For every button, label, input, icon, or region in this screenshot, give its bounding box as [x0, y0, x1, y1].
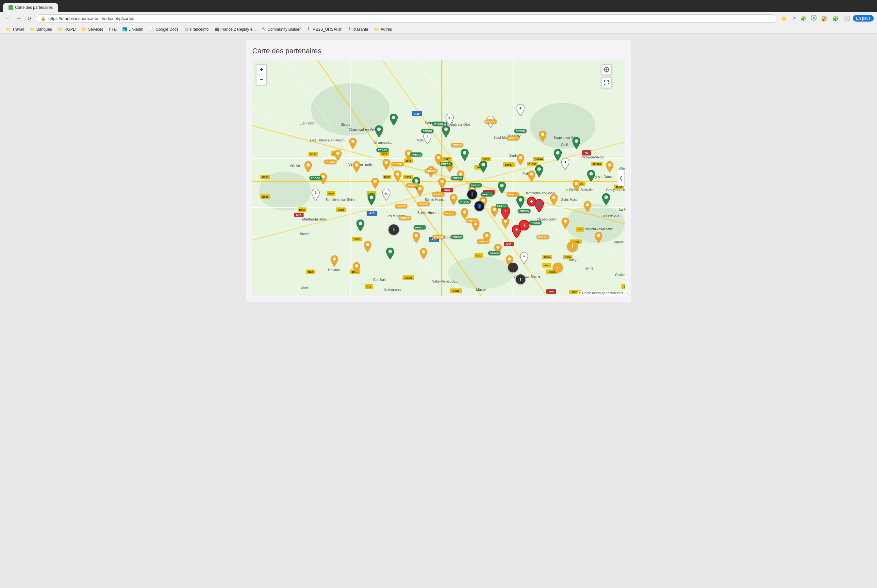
extensions-button[interactable]: 🧩	[799, 15, 808, 22]
pin-label-preco-orange[interactable]: PRECO	[451, 143, 463, 147]
pin-label-preco15[interactable]: PRECO	[488, 251, 501, 255]
map-pin[interactable]	[304, 161, 312, 174]
pin-label-preco-o5[interactable]: PRECO	[432, 192, 445, 196]
map-pin-green[interactable]	[479, 161, 488, 174]
map-pin[interactable]	[449, 194, 458, 206]
pin-label-preco-o4[interactable]: PRECO	[406, 183, 419, 187]
pin-label-preco14[interactable]: PRECO	[451, 235, 463, 239]
map-pin[interactable]	[419, 248, 428, 260]
bitwarden-button[interactable]: 🔐	[820, 14, 829, 22]
map-pin-airplane4[interactable]: ✈	[561, 158, 570, 171]
map-pin[interactable]	[330, 255, 338, 267]
map-pin[interactable]	[550, 194, 558, 206]
map-pin-airplane5[interactable]: ✈	[520, 252, 529, 265]
pin-label-preco-o8[interactable]: PRECO	[507, 192, 519, 196]
pin-label-preco11[interactable]: PRECO	[376, 148, 389, 152]
bookmark-linkedin[interactable]: in LinkedIn	[120, 26, 146, 33]
back-button[interactable]: ←	[3, 15, 12, 22]
bookmark-ctasante[interactable]: 🏃 ctasante	[345, 26, 371, 33]
map-pin[interactable]	[412, 232, 420, 244]
bookmark-fb[interactable]: f FB	[107, 26, 120, 33]
map-pin-green[interactable]	[356, 219, 365, 232]
fullscreen-button[interactable]	[601, 77, 612, 88]
map-pin-activity[interactable]: 🏃	[311, 189, 320, 201]
pin-label-top[interactable]: PRECO	[432, 122, 445, 126]
map-pin-green[interactable]	[386, 248, 395, 260]
profile-button[interactable]: En paus	[853, 15, 874, 21]
map-pin-airplane[interactable]: ✈	[445, 114, 454, 126]
map-pin-green[interactable]	[572, 137, 581, 150]
pin-label-preco3[interactable]: PRECO	[440, 162, 452, 166]
map-pin[interactable]	[352, 262, 361, 274]
pin-label-preco-o15[interactable]: PRECO	[536, 235, 549, 239]
extensions-puzzle-button[interactable]: 🧩	[830, 14, 840, 22]
bookmark-mb2s[interactable]: 🏃 MB2S_URSAF.fr	[304, 26, 344, 33]
chrome-icon-button[interactable]	[809, 14, 818, 23]
active-tab[interactable]: Carte des partenaires	[3, 3, 58, 12]
bookmark-community[interactable]: 🔧 Community Builder	[259, 26, 303, 33]
map-pin-dark-circle4[interactable]: i	[516, 274, 526, 284]
pin-label-preco4[interactable]: PRECO	[451, 176, 463, 180]
bookmark-star-button[interactable]: ⭐	[779, 14, 789, 22]
map-pin-green[interactable]	[587, 170, 596, 183]
map-pin[interactable]	[348, 138, 357, 150]
map-pin-green[interactable]	[367, 194, 376, 206]
map-pin-green[interactable]	[602, 194, 611, 206]
pin-label-top3[interactable]: PRECO	[514, 129, 527, 133]
bookmark-autres[interactable]: 📁 Autres	[371, 26, 395, 33]
bookmark-banques[interactable]: 📁 Banques	[27, 26, 54, 33]
pin-label-preco-o6[interactable]: PRECO	[417, 202, 429, 206]
map-collapse-button[interactable]: ❮	[617, 170, 625, 186]
pin-label-preco-o13[interactable]: PRECO	[432, 235, 445, 239]
map-pin[interactable]	[605, 161, 614, 174]
reload-button[interactable]: ⟳	[26, 15, 34, 22]
pin-label-preco-o9[interactable]: PRECO	[443, 212, 456, 216]
pin-label-preco9[interactable]: PRECO	[518, 209, 530, 213]
bookmark-france2[interactable]: 📺 France 2 Replay e...	[212, 26, 258, 33]
map-pin[interactable]	[438, 178, 446, 190]
map-pin-dark-circle[interactable]: i	[467, 189, 477, 199]
map-pin-dark-circle5[interactable]: 🏃	[389, 224, 399, 235]
pin-label-preco-o14[interactable]: PRECO	[477, 240, 490, 244]
map-pin-green[interactable]	[374, 126, 384, 138]
map-pin[interactable]	[595, 232, 603, 244]
map-container[interactable]: A16 A13 A14 A6 N2 N12 A10	[252, 60, 625, 296]
map-pin[interactable]	[572, 180, 581, 192]
pin-label-preco10[interactable]: PRECO	[529, 220, 541, 225]
map-pin-green[interactable]	[516, 196, 525, 209]
pin-label-preco6[interactable]: PRECO	[458, 200, 471, 204]
pin-label-preco12[interactable]: PRECO	[309, 176, 322, 180]
bookmark-franceinfo[interactable]: 📰 Franceinfo	[182, 26, 212, 33]
map-pin-green[interactable]	[497, 182, 506, 194]
map-pin[interactable]	[583, 201, 592, 213]
zoom-out-button[interactable]: −	[257, 75, 266, 85]
pin-label-preco7[interactable]: PRECO	[481, 192, 493, 196]
pin-label-top4[interactable]: PRECO	[507, 136, 519, 140]
map-pin-activity[interactable]: 🏃	[423, 132, 432, 145]
bookmark-travail[interactable]: 📁 Travail	[3, 26, 27, 33]
share-button[interactable]: ↗	[790, 14, 797, 22]
map-pin[interactable]	[393, 171, 402, 183]
map-pin-dark-circle2[interactable]: 👤	[475, 201, 484, 211]
map-pin-dark-circle3[interactable]: i	[508, 262, 518, 273]
pin-label-preco13[interactable]: PRECO	[414, 225, 426, 230]
map-pin-orange-info2[interactable]: i	[553, 262, 563, 273]
gps-button[interactable]	[601, 64, 612, 75]
pin-label-preco5[interactable]: PRECO	[470, 183, 482, 187]
map-pin-medical-circle[interactable]: +	[519, 220, 529, 230]
pin-label-preco2[interactable]: PRECO	[410, 153, 422, 157]
pin-label-preco-o2[interactable]: PRECO	[391, 162, 404, 166]
pin-label-preco8[interactable]: PRECO	[496, 204, 508, 208]
bookmark-rgpd[interactable]: 📁 RGPD	[55, 26, 78, 33]
pin-label-preco-o12[interactable]: PRECO	[399, 216, 411, 220]
zoom-in-button[interactable]: +	[257, 64, 266, 75]
pin-label-top2[interactable]: PRECO	[484, 120, 497, 124]
map-pin[interactable]	[382, 159, 390, 171]
map-pin-person-red[interactable]: 👤	[534, 199, 544, 213]
address-bar[interactable]: 🔒 https://monbilansportsante.fr/index.ph…	[36, 14, 777, 22]
map-pin-green[interactable]	[460, 149, 469, 162]
map-pin-green[interactable]	[442, 126, 451, 138]
map-pin[interactable]	[363, 241, 372, 253]
pin-label-preco-o10[interactable]: PRECO	[466, 218, 478, 222]
bookmark-services[interactable]: 📁 Services	[79, 26, 106, 33]
